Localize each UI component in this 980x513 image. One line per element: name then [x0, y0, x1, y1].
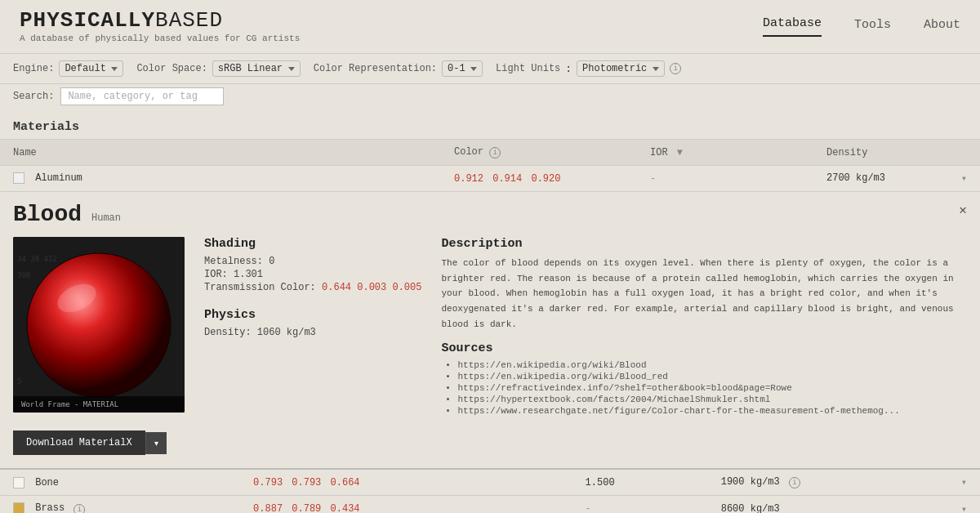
expanded-header: Blood Human [0, 192, 980, 230]
engine-select[interactable]: Default [59, 60, 123, 77]
source-item: https://hypertextbook.com/facts/2004/Mic… [457, 395, 967, 404]
material-ior-cell: - [572, 496, 708, 513]
table-row[interactable]: Aluminum 0.912 0.914 0.920 - 2700 kg/m3 … [0, 166, 980, 192]
header: PHYSICALLYBASED A database of physically… [0, 0, 980, 54]
main-nav: Database Tools About [763, 16, 960, 37]
desc-section: Description The color of blood depends o… [441, 237, 967, 417]
color-space-select[interactable]: sRGB Linear [212, 60, 301, 77]
density-prop: Density: 1060 kg/m3 [204, 327, 421, 338]
expanded-title: Blood [13, 202, 82, 227]
color-values: 0.887 0.789 0.434 [253, 503, 363, 513]
material-image: 34 38 412 360 5 [13, 237, 185, 413]
materials-table: Name Color i IOR ▼ Density Aluminum [0, 139, 980, 192]
expand-icon[interactable]: ▾ [961, 476, 967, 488]
light-units-label: Light Units [496, 63, 560, 74]
expanded-subtitle: Human [91, 212, 121, 224]
color-rep-label: Color Representation: [314, 63, 437, 74]
material-density-cell: 1900 kg/m3 i ▾ [708, 470, 980, 496]
material-name-cell: Aluminum [0, 166, 441, 192]
nav-database[interactable]: Database [763, 16, 822, 37]
material-density-cell: 2700 kg/m3 ▾ [813, 166, 980, 192]
sources-list: https://en.wikipedia.org/wiki/Blood http… [441, 360, 967, 416]
source-item: https://refractiveindex.info/?shelf=othe… [457, 383, 967, 393]
close-button[interactable]: ✕ [959, 202, 967, 218]
search-row: Search: [0, 84, 980, 112]
material-ior-cell: - [637, 166, 813, 192]
svg-text:34   38   412: 34 38 412 [17, 255, 57, 263]
material-density-cell: 8600 kg/m3 ▾ [708, 496, 980, 513]
physics-section: Physics Density: 1060 kg/m3 [204, 308, 421, 340]
material-sphere-svg: 34 38 412 360 5 [13, 237, 185, 413]
light-units-select[interactable]: Photometric [577, 60, 665, 77]
color-space-group: Color Space: sRGB Linear [136, 60, 300, 77]
materials-heading: Materials [0, 112, 980, 139]
col-color: Color i [441, 140, 637, 166]
material-name: Brass [35, 503, 65, 513]
desc-title: Description [441, 237, 967, 251]
color-swatch [13, 477, 24, 488]
color-values: 0.912 0.914 0.920 [454, 173, 564, 185]
transmission-prop: Transmission Color: 0.644 0.003 0.005 [204, 282, 421, 293]
metalness-prop: Metalness: 0 [204, 256, 421, 267]
nav-tools[interactable]: Tools [854, 18, 891, 37]
material-color-cell: 0.793 0.793 0.664 [240, 470, 572, 496]
engine-group: Engine: Default [13, 60, 123, 77]
more-materials-table: Bone 0.793 0.793 0.664 1.500 1900 kg/m3 … [0, 470, 980, 513]
svg-text:World Frame - MATERIAL: World Frame - MATERIAL [21, 400, 118, 408]
download-button[interactable]: Download MaterialX [13, 430, 145, 455]
material-info-icon[interactable]: i [74, 504, 85, 513]
ior-sort-icon[interactable]: ▼ [677, 147, 683, 158]
logo-subtitle: A database of physically based values fo… [20, 33, 300, 43]
ior-prop: IOR: 1.301 [204, 269, 421, 280]
source-link[interactable]: https://en.wikipedia.org/wiki/Blood_red [457, 372, 667, 381]
col-name: Name [0, 140, 441, 166]
table-row[interactable]: Bone 0.793 0.793 0.664 1.500 1900 kg/m3 … [0, 470, 980, 496]
color-values: 0.793 0.793 0.664 [253, 477, 363, 488]
material-name-cell: Brass i [0, 496, 240, 513]
table-header-row: Name Color i IOR ▼ Density [0, 140, 980, 166]
color-swatch [13, 502, 24, 513]
source-item: https://en.wikipedia.org/wiki/Blood [457, 360, 967, 370]
sources-title: Sources [441, 341, 967, 355]
search-label: Search: [13, 91, 54, 102]
col-density: Density [813, 140, 980, 166]
download-arrow-button[interactable]: ▾ [145, 432, 167, 454]
source-item: https://www.researchgate.net/figure/Colo… [457, 406, 967, 416]
toolbar: Engine: Default Color Space: sRGB Linear… [0, 54, 980, 84]
source-link[interactable]: https://hypertextbook.com/facts/2004/Mic… [457, 395, 770, 404]
material-color-cell: 0.912 0.914 0.920 [441, 166, 637, 192]
table-row[interactable]: Brass i 0.887 0.789 0.434 - 8600 kg/m3 ▾ [0, 496, 980, 513]
expanded-panel: ✕ Blood Human 34 38 412 360 5 [0, 192, 980, 470]
engine-label: Engine: [13, 63, 54, 74]
svg-text:360: 360 [17, 271, 30, 279]
logo-title: PHYSICALLYBASED [20, 10, 300, 31]
search-input[interactable] [60, 87, 224, 105]
logo-bold: PHYSICALLY [20, 8, 155, 33]
nav-about[interactable]: About [924, 18, 960, 37]
color-rep-select[interactable]: 0-1 [442, 60, 483, 77]
source-link[interactable]: https://www.researchgate.net/figure/Colo… [457, 406, 899, 416]
logo-thin: BASED [155, 8, 223, 33]
expand-icon[interactable]: ▾ [961, 172, 967, 185]
color-info-icon[interactable]: i [489, 147, 501, 158]
color-space-label: Color Space: [136, 63, 207, 74]
material-color-cell: 0.887 0.789 0.434 [240, 496, 572, 513]
shading-section: Shading Metalness: 0 IOR: 1.301 Transmis… [204, 237, 421, 295]
source-link[interactable]: https://refractiveindex.info/?shelf=othe… [457, 383, 791, 393]
material-name: Bone [35, 477, 59, 488]
shading-title: Shading [204, 237, 421, 251]
density-info-icon[interactable]: i [789, 477, 800, 488]
desc-text: The color of blood depends on its oxygen… [441, 256, 967, 332]
source-link[interactable]: https://en.wikipedia.org/wiki/Blood [457, 360, 646, 370]
svg-point-5 [27, 253, 171, 397]
light-units-group: Light Units: Photometric i [496, 60, 681, 77]
col-ior[interactable]: IOR ▼ [637, 140, 813, 166]
expanded-body: 34 38 412 360 5 [0, 230, 980, 430]
physics-title: Physics [204, 308, 421, 322]
expand-icon[interactable]: ▾ [961, 503, 967, 513]
material-ior-cell: 1.500 [572, 470, 708, 496]
material-name-cell: Bone [0, 470, 240, 496]
svg-text:5: 5 [17, 377, 21, 386]
light-units-info-icon[interactable]: i [670, 63, 681, 74]
color-rep-group: Color Representation: 0-1 [314, 60, 483, 77]
